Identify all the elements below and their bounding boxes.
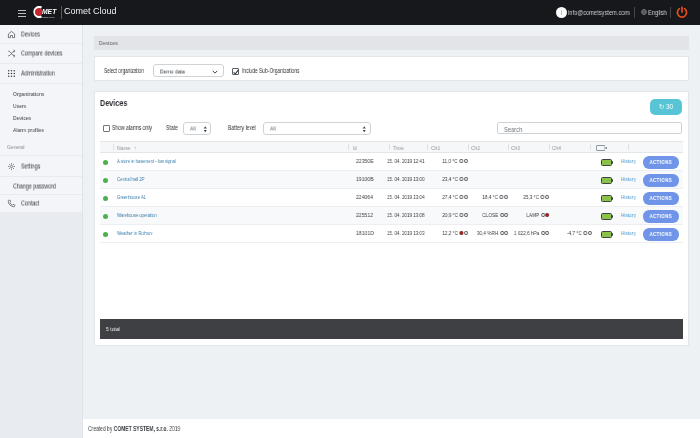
svg-text:MET: MET: [42, 8, 57, 15]
svg-text:since 1991: since 1991: [42, 16, 55, 19]
